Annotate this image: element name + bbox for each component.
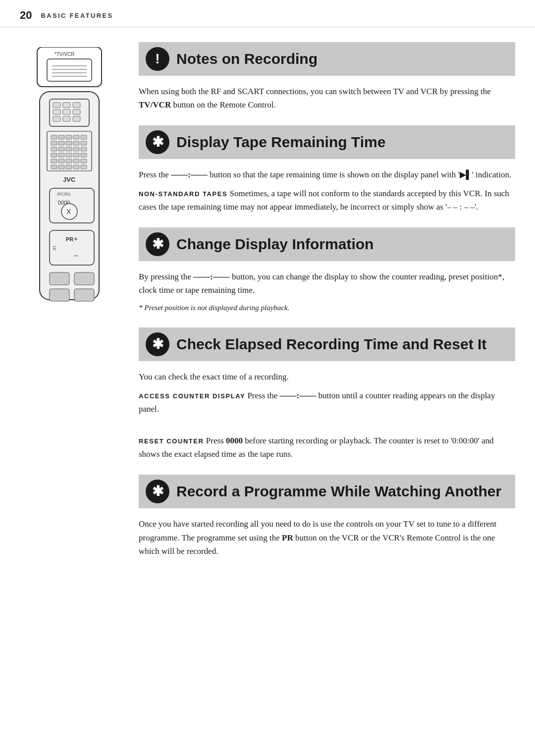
- svg-rect-14: [73, 109, 80, 114]
- svg-text:/PCRS: /PCRS: [57, 192, 71, 197]
- svg-rect-43: [81, 159, 87, 163]
- display-tape-paragraph: Press the ——:—— button so that the tape …: [139, 168, 515, 181]
- svg-rect-63: [74, 289, 94, 301]
- section-title-notes: Notes on Recording: [176, 51, 318, 67]
- exclamation-icon: !: [155, 52, 160, 66]
- svg-rect-38: [81, 153, 87, 157]
- svg-rect-42: [73, 159, 79, 163]
- svg-rect-19: [51, 135, 57, 139]
- asterisk-icon-circle-4: ✱: [146, 480, 169, 503]
- svg-rect-23: [81, 135, 87, 139]
- check-elapsed-intro: You can check the exact time of a record…: [139, 370, 515, 383]
- section-body-notes: When using both the RF and SCART connect…: [139, 85, 515, 111]
- svg-rect-37: [73, 153, 79, 157]
- section-notes-on-recording: ! Notes on Recording When using both the…: [139, 42, 515, 111]
- asterisk-icon-circle-3: ✱: [146, 332, 169, 356]
- svg-text:–: –: [74, 251, 78, 259]
- section-header-display-tape: ✱ Display Tape Remaining Time: [139, 125, 515, 159]
- svg-text:+: +: [74, 235, 78, 243]
- svg-rect-40: [58, 159, 64, 163]
- asterisk-icon-3: ✱: [152, 337, 163, 351]
- svg-text:*TV/VCR: *TV/VCR: [54, 52, 75, 57]
- svg-rect-47: [73, 165, 79, 169]
- section-title-change-display: Change Display Information: [176, 236, 374, 253]
- svg-text:X: X: [66, 208, 71, 216]
- svg-rect-24: [51, 141, 57, 145]
- section-title-check-elapsed: Check Elapsed Recording Time and Reset I…: [176, 336, 486, 353]
- svg-rect-33: [81, 147, 87, 151]
- change-display-note: * Preset position is not displayed durin…: [139, 302, 515, 314]
- exclamation-icon-circle: !: [146, 47, 169, 71]
- main-layout: *TV/VCR: [0, 27, 535, 587]
- section-header-check-elapsed: ✱ Check Elapsed Recording Time and Reset…: [139, 327, 515, 361]
- svg-rect-34: [51, 153, 57, 157]
- svg-rect-45: [58, 165, 64, 169]
- svg-rect-39: [51, 159, 57, 163]
- reset-counter-label: RESET COUNTER: [139, 437, 204, 445]
- section-body-change-display: By pressing the ——:—— button, you can ch…: [139, 270, 515, 314]
- svg-text:E: E: [53, 246, 56, 251]
- asterisk-icon-circle-1: ✱: [146, 130, 169, 154]
- section-record-programme: ✱ Record a Programme While Watching Anot…: [139, 475, 515, 558]
- section-title-display-tape: Display Tape Remaining Time: [176, 134, 385, 151]
- svg-rect-17: [73, 116, 80, 121]
- svg-rect-36: [66, 153, 72, 157]
- svg-rect-11: [73, 103, 80, 108]
- section-check-elapsed: ✱ Check Elapsed Recording Time and Reset…: [139, 327, 515, 461]
- svg-rect-29: [51, 147, 57, 151]
- svg-text:PR: PR: [66, 236, 73, 242]
- svg-rect-61: [74, 272, 94, 285]
- svg-rect-46: [66, 165, 72, 169]
- svg-rect-62: [50, 289, 69, 301]
- svg-rect-13: [63, 109, 70, 114]
- asterisk-icon-circle-2: ✱: [146, 232, 169, 256]
- section-header-record-programme: ✱ Record a Programme While Watching Anot…: [139, 475, 515, 508]
- section-body-display-tape: Press the ——:—— button so that the tape …: [139, 168, 515, 214]
- svg-rect-48: [81, 165, 87, 169]
- svg-rect-27: [73, 141, 79, 145]
- svg-rect-16: [63, 116, 70, 121]
- remote-control-illustration: *TV/VCR: [24, 42, 115, 354]
- check-elapsed-reset: RESET COUNTER Press 0000 before starting…: [139, 434, 515, 461]
- change-display-paragraph: By pressing the ——:—— button, you can ch…: [139, 270, 515, 297]
- display-tape-nonstd: NON-STANDARD TAPES Sometimes, a tape wil…: [139, 187, 515, 214]
- svg-rect-26: [66, 141, 72, 145]
- section-body-check-elapsed: You can check the exact time of a record…: [139, 370, 515, 461]
- svg-rect-32: [73, 147, 79, 151]
- svg-rect-22: [73, 135, 79, 139]
- svg-rect-10: [63, 103, 70, 108]
- section-body-record-programme: Once you have started recording all you …: [139, 517, 515, 558]
- svg-text:JVC: JVC: [63, 176, 76, 183]
- svg-rect-44: [51, 165, 57, 169]
- asterisk-icon-1: ✱: [152, 135, 163, 149]
- notes-paragraph: When using both the RF and SCART connect…: [139, 85, 515, 111]
- svg-rect-30: [58, 147, 64, 151]
- page-number: 20: [20, 9, 32, 22]
- svg-rect-2: [47, 59, 92, 81]
- access-counter-label: ACCESS COUNTER DISPLAY: [139, 392, 245, 400]
- svg-rect-31: [66, 147, 72, 151]
- svg-rect-20: [58, 135, 64, 139]
- svg-rect-41: [66, 159, 72, 163]
- left-sidebar: *TV/VCR: [15, 42, 124, 572]
- svg-rect-12: [53, 109, 60, 114]
- svg-rect-28: [81, 141, 87, 145]
- record-programme-paragraph: Once you have started recording all you …: [139, 517, 515, 558]
- svg-rect-60: [50, 272, 69, 285]
- section-change-display: ✱ Change Display Information By pressing…: [139, 227, 515, 314]
- section-header-change-display: ✱ Change Display Information: [139, 227, 515, 261]
- svg-rect-21: [66, 135, 72, 139]
- section-title-record-programme: Record a Programme While Watching Anothe…: [176, 483, 501, 500]
- non-standard-label: NON-STANDARD TAPES: [139, 190, 227, 198]
- svg-rect-35: [58, 153, 64, 157]
- content-area: ! Notes on Recording When using both the…: [124, 42, 515, 572]
- section-display-tape: ✱ Display Tape Remaining Time Press the …: [139, 125, 515, 214]
- page-header-title: BASIC FEATURES: [41, 12, 113, 19]
- svg-rect-25: [58, 141, 64, 145]
- section-header-notes: ! Notes on Recording: [139, 42, 515, 76]
- asterisk-icon-4: ✱: [152, 485, 163, 498]
- svg-rect-15: [53, 116, 60, 121]
- page-header: 20 BASIC FEATURES: [0, 0, 535, 27]
- remote-control-svg: *TV/VCR: [27, 47, 111, 354]
- svg-rect-9: [53, 103, 60, 108]
